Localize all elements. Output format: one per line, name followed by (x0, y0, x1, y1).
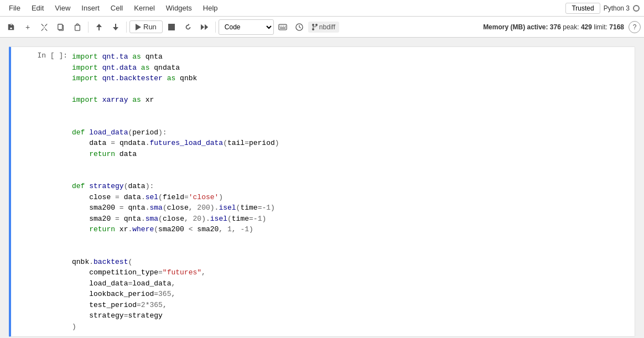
menu-view[interactable]: View (50, 3, 75, 13)
run-button[interactable]: Run (129, 20, 163, 33)
plus-icon: + (25, 23, 30, 32)
svg-rect-1 (58, 24, 63, 29)
cell-type-select[interactable]: Code Markdown Raw NBConvert Heading (219, 19, 274, 35)
menu-kernel[interactable]: Kernel (129, 3, 159, 13)
paste-button[interactable] (70, 19, 85, 35)
git-diff-button[interactable]: nbdiff (308, 22, 339, 33)
memory-active-label: Memory (MB) active: (483, 23, 548, 31)
kernel-status-circle (633, 5, 640, 12)
svg-point-13 (312, 28, 314, 30)
memory-peak-value: 429 (581, 23, 592, 31)
restart-button[interactable] (180, 19, 196, 35)
notebook-area: In [ ]: import qnt.ta as qnta import qnt… (0, 38, 644, 338)
separator-2 (126, 22, 127, 33)
memory-info: Memory (MB) active: 376 peak: 429 limit:… (483, 23, 624, 31)
cell-input-area: In [ ]: import qnt.ta as qnta import qnt… (11, 47, 635, 336)
keyboard-icon (278, 24, 287, 30)
kernel-badge: Python 3 (604, 4, 640, 12)
trusted-button[interactable]: Trusted (565, 3, 600, 14)
stop-button[interactable] (164, 19, 179, 35)
cut-button[interactable] (37, 19, 52, 35)
restart-run-button[interactable] (197, 19, 212, 35)
question-icon: ? (633, 23, 637, 31)
svg-point-12 (315, 24, 318, 26)
menu-edit[interactable]: Edit (27, 3, 48, 13)
arrow-down-icon (112, 23, 119, 31)
svg-rect-2 (75, 25, 80, 30)
copy-icon (57, 23, 65, 31)
menu-widgets[interactable]: Widgets (162, 3, 196, 13)
separator-1 (88, 22, 89, 33)
run-label: Run (143, 23, 157, 31)
code-cell[interactable]: In [ ]: import qnt.ta as qnta import qnt… (9, 46, 635, 337)
keyboard-button[interactable] (275, 19, 290, 35)
svg-rect-3 (168, 24, 175, 30)
move-up-button[interactable] (91, 19, 107, 35)
menubar: File Edit View Insert Cell Kernel Widget… (0, 0, 644, 17)
memory-limit-value: 7168 (609, 23, 624, 31)
svg-point-11 (312, 24, 314, 26)
clock-icon (295, 23, 303, 31)
menu-cell[interactable]: Cell (106, 3, 127, 13)
git-diff-label: nbdiff (319, 23, 335, 31)
memory-active-value: 376 (550, 23, 561, 31)
move-down-button[interactable] (108, 19, 123, 35)
memory-limit-label: limit: (594, 23, 607, 31)
save-icon (7, 23, 15, 31)
restart-icon (184, 23, 192, 31)
stop-icon (168, 24, 175, 30)
menubar-left: File Edit View Insert Cell Kernel Widget… (4, 3, 565, 13)
menu-file[interactable]: File (4, 3, 25, 13)
cell-code[interactable]: import qnt.ta as qnta import qnt.data as… (72, 47, 635, 336)
menubar-right: Trusted Python 3 (565, 3, 640, 14)
time-button[interactable] (292, 19, 307, 35)
svg-rect-4 (279, 24, 287, 30)
memory-peak-label: peak: (563, 23, 579, 31)
save-button[interactable] (3, 19, 19, 35)
arrow-up-icon (96, 23, 102, 31)
play-icon (136, 24, 141, 30)
add-cell-button[interactable]: + (20, 19, 35, 35)
git-icon (312, 24, 318, 30)
toolbar: + Run (0, 17, 644, 38)
separator-3 (215, 22, 216, 33)
scissors-icon (40, 23, 48, 31)
cell-prompt: In [ ]: (11, 47, 72, 336)
fast-forward-icon (201, 23, 209, 31)
kernel-name: Python 3 (604, 4, 630, 12)
menu-help[interactable]: Help (199, 3, 222, 13)
copy-button[interactable] (53, 19, 69, 35)
help-button[interactable]: ? (629, 21, 641, 33)
menu-insert[interactable]: Insert (77, 3, 104, 13)
paste-icon (74, 23, 81, 31)
